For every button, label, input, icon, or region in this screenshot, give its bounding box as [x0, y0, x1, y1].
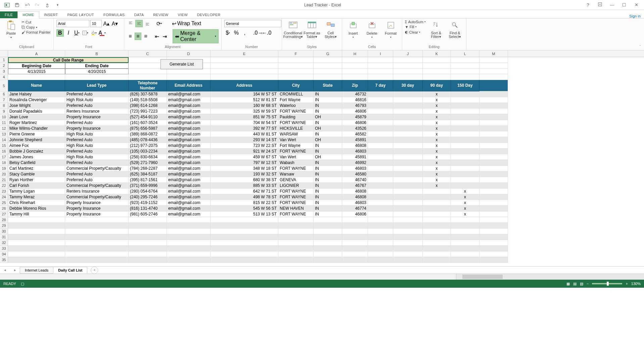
- fill-button[interactable]: ▼Fill▾: [405, 25, 426, 29]
- row-header[interactable]: 32: [0, 240, 8, 246]
- cell[interactable]: email@gmail.com: [167, 177, 211, 183]
- cell[interactable]: Preferred Auto: [65, 171, 129, 177]
- cell[interactable]: [393, 189, 423, 194]
- cell[interactable]: OH: [314, 154, 342, 160]
- font-size-combo[interactable]: [90, 20, 102, 27]
- cell[interactable]: IN: [314, 194, 342, 200]
- cell[interactable]: (258) 830-6634: [129, 154, 167, 160]
- cell[interactable]: 46774: [342, 206, 368, 211]
- cell[interactable]: [167, 74, 211, 80]
- cell[interactable]: [65, 240, 129, 246]
- cell[interactable]: IN: [314, 171, 342, 177]
- cell[interactable]: 193 W 32 ST: [211, 171, 278, 177]
- cell[interactable]: [342, 223, 368, 229]
- cell[interactable]: 642 W 71 ST: [211, 189, 278, 194]
- cell[interactable]: (371) 659-9996: [129, 183, 167, 189]
- cell[interactable]: [65, 234, 129, 240]
- cell[interactable]: [479, 103, 508, 109]
- cell[interactable]: [314, 251, 342, 257]
- row-header[interactable]: 11: [0, 120, 8, 126]
- cell[interactable]: [479, 229, 508, 234]
- cell[interactable]: x: [423, 143, 451, 149]
- ribbon-tab-view[interactable]: VIEW: [173, 11, 192, 18]
- cell[interactable]: [451, 57, 479, 63]
- col-header-E[interactable]: E: [211, 50, 278, 57]
- cell[interactable]: [278, 234, 314, 240]
- row-header[interactable]: 33: [0, 246, 8, 251]
- cell[interactable]: [451, 114, 479, 120]
- format-painter-button[interactable]: 🖌Format Painter: [21, 30, 51, 34]
- cell[interactable]: [342, 251, 368, 257]
- row-header[interactable]: 7: [0, 97, 8, 103]
- number-format-combo[interactable]: [224, 20, 281, 27]
- cell[interactable]: x: [451, 211, 479, 217]
- cell[interactable]: [368, 69, 393, 74]
- cell[interactable]: [368, 200, 393, 206]
- cell[interactable]: (723) 991-7223: [129, 109, 167, 114]
- cell[interactable]: email@gmail.com: [167, 131, 211, 137]
- cell[interactable]: 46806: [342, 211, 368, 217]
- paste-button[interactable]: Paste▾: [3, 20, 19, 39]
- cell[interactable]: Tammy Meraz: [8, 194, 65, 200]
- cell[interactable]: email@gmail.com: [167, 103, 211, 109]
- cell[interactable]: 90 day: [423, 80, 451, 91]
- underline-button[interactable]: U▾: [73, 29, 81, 37]
- cell[interactable]: [167, 234, 211, 240]
- cell[interactable]: [211, 246, 278, 251]
- cell[interactable]: [368, 217, 393, 223]
- row-header[interactable]: 28: [0, 217, 8, 223]
- cell[interactable]: Pierre Greene: [8, 131, 65, 137]
- cell[interactable]: IN: [314, 189, 342, 194]
- cell[interactable]: [314, 217, 342, 223]
- cell[interactable]: OH: [314, 126, 342, 131]
- bold-button[interactable]: B: [56, 29, 64, 37]
- cell[interactable]: [342, 217, 368, 223]
- view-pagebreak-icon[interactable]: ▧: [580, 282, 583, 286]
- cell[interactable]: [423, 69, 451, 74]
- cell[interactable]: [479, 74, 508, 80]
- cell[interactable]: (527) 454-9110: [129, 114, 167, 120]
- cell[interactable]: 797 W 12 ST: [211, 160, 278, 166]
- cell[interactable]: [423, 217, 451, 223]
- cell[interactable]: [393, 251, 423, 257]
- cell[interactable]: 815 W 22 ST: [211, 200, 278, 206]
- cell[interactable]: [129, 69, 167, 74]
- cell[interactable]: [451, 109, 479, 114]
- col-header-I[interactable]: I: [368, 50, 393, 57]
- cell[interactable]: IN: [314, 131, 342, 137]
- cell[interactable]: [167, 217, 211, 223]
- increase-indent-icon[interactable]: ⇥: [161, 33, 168, 40]
- cell[interactable]: x: [423, 171, 451, 177]
- cell[interactable]: [342, 234, 368, 240]
- redo-icon[interactable]: [32, 0, 42, 10]
- cell[interactable]: [342, 69, 368, 74]
- cell[interactable]: Renters Insurance: [65, 109, 129, 114]
- cell[interactable]: James Jones: [8, 154, 65, 160]
- cell[interactable]: [278, 217, 314, 223]
- cell[interactable]: NEW HAVEN: [278, 206, 314, 211]
- cell[interactable]: [342, 246, 368, 251]
- cell[interactable]: [479, 166, 508, 171]
- ribbon-tab-developer[interactable]: DEVELOPER: [192, 11, 225, 18]
- cell[interactable]: [451, 257, 479, 263]
- cell[interactable]: [129, 257, 167, 263]
- cell[interactable]: [451, 177, 479, 183]
- row-header[interactable]: 9: [0, 109, 8, 114]
- cell[interactable]: FORT WAYNE: [278, 194, 314, 200]
- row-header[interactable]: 17: [0, 154, 8, 160]
- row-header[interactable]: 10: [0, 114, 8, 120]
- cell[interactable]: Wabash: [278, 160, 314, 166]
- cell[interactable]: [479, 246, 508, 251]
- cell[interactable]: 46732: [342, 91, 368, 97]
- maximize-icon[interactable]: ☐: [619, 2, 629, 7]
- cell[interactable]: [167, 69, 211, 74]
- cell[interactable]: Preferred Auto: [65, 177, 129, 183]
- row-header[interactable]: 19: [0, 166, 8, 171]
- cell[interactable]: Property Insurance: [65, 200, 129, 206]
- decrease-decimal-icon[interactable]: ←.0: [263, 29, 270, 37]
- row-header[interactable]: 23: [0, 189, 8, 194]
- cell[interactable]: Roger Martinez: [8, 120, 65, 126]
- cell[interactable]: Carl Forish: [8, 183, 65, 189]
- cell[interactable]: x: [423, 114, 451, 120]
- cell[interactable]: [393, 91, 423, 97]
